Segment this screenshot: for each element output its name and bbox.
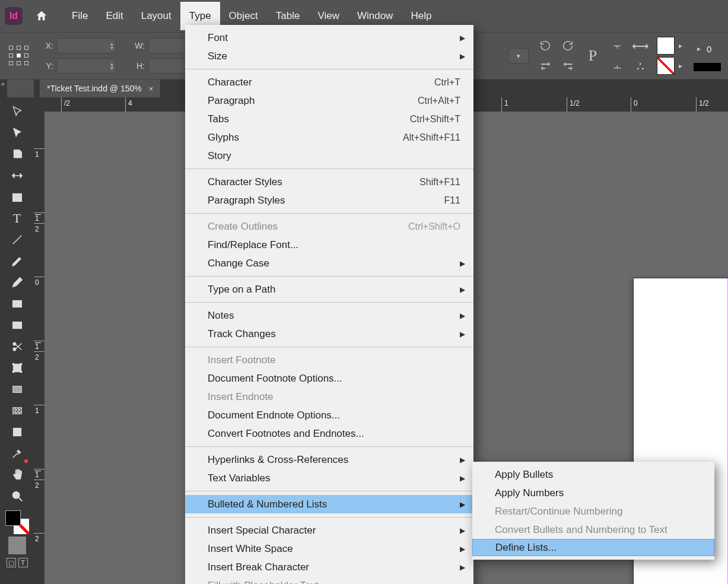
free-transform-tool[interactable]	[4, 358, 30, 377]
hierarchy-icon[interactable]: ⛬	[632, 58, 648, 74]
close-tab-icon[interactable]: ×	[149, 84, 154, 93]
menu-item-track-changes[interactable]: Track Changes▶	[185, 325, 473, 343]
hruler-tick	[501, 97, 502, 112]
gradient-swatch-tool[interactable]	[4, 380, 30, 399]
paragraph-style-icon[interactable]: P	[584, 47, 601, 64]
line-tool[interactable]	[4, 230, 30, 249]
submenu-item-apply-numbers[interactable]: Apply Numbers	[472, 484, 714, 502]
menu-item-glyphs[interactable]: GlyphsAlt+Shift+F11	[185, 128, 473, 147]
menu-item-paragraph-styles[interactable]: Paragraph StylesF11	[185, 191, 473, 210]
stroke-swatch-none[interactable]	[657, 57, 675, 75]
menu-item-insert-special-character[interactable]: Insert Special Character▶	[185, 521, 473, 539]
menu-item-font[interactable]: Font▶	[185, 28, 473, 47]
formatting-text-icon[interactable]: T	[18, 558, 28, 567]
pen-tool[interactable]	[4, 252, 30, 271]
menu-edit[interactable]: Edit	[97, 2, 132, 30]
note-tool[interactable]	[4, 423, 30, 442]
menu-item-convert-footnotes-and-endnotes[interactable]: Convert Footnotes and Endnotes...	[185, 424, 473, 443]
menu-item-label: Size	[208, 50, 227, 62]
gradient-feather-tool[interactable]	[4, 401, 30, 420]
vruler-tick: 1	[34, 405, 44, 405]
submenu-arrow-icon: ▶	[460, 563, 465, 572]
menu-item-change-case[interactable]: Change Case▶	[185, 254, 473, 272]
stroke-chevron-icon[interactable]: ▸	[694, 40, 704, 57]
svg-line-2	[12, 236, 21, 245]
menu-item-bulleted-numbered-lists[interactable]: Bulleted & Numbered Lists▶	[185, 495, 473, 513]
x-stepper[interactable]: ▴▾	[57, 38, 116, 53]
menu-separator	[185, 347, 473, 347]
submenu-item-define-lists[interactable]: Define Lists...	[472, 539, 714, 556]
menu-item-insert-white-space[interactable]: Insert White Space▶	[185, 539, 473, 558]
scissors-tool[interactable]	[4, 337, 30, 356]
document-tab[interactable]: *Ticket Test.indd @ 150% ×	[40, 80, 161, 97]
toolbox: T ▢ T	[0, 97, 34, 584]
submenu-arrow-icon: ▶	[460, 34, 465, 42]
y-stepper[interactable]: ▴▾	[57, 58, 116, 74]
stroke-style-preview[interactable]	[694, 63, 721, 71]
menu-item-tabs[interactable]: TabsCtrl+Shift+T	[185, 110, 473, 128]
direct-selection-tool[interactable]	[4, 123, 30, 142]
menu-item-document-endnote-options[interactable]: Document Endnote Options...	[185, 406, 473, 424]
page-tool[interactable]	[4, 145, 30, 164]
vruler-tick: 1	[34, 341, 44, 341]
zoom-tool[interactable]	[4, 487, 30, 506]
type-tool[interactable]: T	[4, 209, 30, 228]
vertical-ruler: 1120121122	[34, 97, 44, 584]
home-icon[interactable]	[33, 8, 50, 24]
menu-item-label: Hyperlinks & Cross-References	[208, 454, 348, 466]
fill-dropdown-icon[interactable]: ▸	[676, 37, 685, 54]
menu-item-insert-break-character[interactable]: Insert Break Character▶	[185, 558, 473, 576]
menu-item-character-styles[interactable]: Character StylesShift+F11	[185, 173, 473, 191]
pencil-tool[interactable]	[4, 273, 30, 292]
formatting-container-icon[interactable]: ▢	[7, 558, 16, 567]
menu-item-size[interactable]: Size▶	[185, 47, 473, 65]
menu-item-paragraph[interactable]: ParagraphCtrl+Alt+T	[185, 91, 473, 110]
menu-item-label: Change Case	[208, 258, 269, 269]
rectangle-frame-tool[interactable]	[4, 294, 30, 313]
reference-point-grid[interactable]	[7, 44, 31, 68]
menu-item-shortcut: Alt+Shift+F11	[403, 132, 460, 143]
color-theme-tool[interactable]	[8, 537, 26, 554]
menu-item-text-variables[interactable]: Text Variables▶	[185, 469, 473, 487]
selection-tool[interactable]	[4, 102, 30, 121]
stroke-dropdown-icon[interactable]: ▸	[676, 58, 685, 74]
menu-item-shortcut: F11	[444, 195, 460, 206]
panel-toggle[interactable]: »	[0, 80, 7, 97]
menu-separator	[185, 169, 473, 169]
menu-item-character[interactable]: CharacterCtrl+T	[185, 73, 473, 91]
menu-file[interactable]: File	[63, 2, 97, 30]
menu-item-label: Font	[208, 32, 228, 44]
menu-layout[interactable]: Layout	[132, 2, 180, 30]
distribute-top-icon[interactable]: ⫟	[609, 37, 626, 54]
hand-tool[interactable]	[4, 465, 30, 484]
distribute-bottom-icon[interactable]: ⫠	[609, 58, 626, 74]
hruler-tick	[567, 97, 567, 112]
submenu-item-apply-bullets[interactable]: Apply Bullets	[472, 465, 714, 484]
rotate-cw-icon[interactable]	[559, 37, 576, 54]
gap-tool[interactable]	[4, 166, 30, 185]
stroke-weight-dropdown[interactable]: ▾	[508, 48, 529, 64]
menu-item-hyperlinks-cross-references[interactable]: Hyperlinks & Cross-References▶	[185, 450, 473, 469]
menu-item-type-on-a-path[interactable]: Type on a Path▶	[185, 280, 473, 299]
gap-icon[interactable]: ⟷	[632, 37, 648, 54]
flip-vertical-icon[interactable]: ⥃	[559, 58, 576, 74]
content-collector-tool[interactable]	[4, 188, 30, 207]
menu-item-label: Insert White Space	[208, 543, 293, 555]
flip-horizontal-icon[interactable]: ⥂	[537, 58, 554, 74]
menu-item-story[interactable]: Story	[185, 147, 473, 165]
submenu-item-label: Apply Numbers	[495, 487, 564, 499]
rectangle-tool[interactable]	[4, 316, 30, 335]
menu-item-find-replace-font[interactable]: Find/Replace Font...	[185, 236, 473, 254]
fill-swatch[interactable]	[657, 37, 675, 55]
eyedropper-tool[interactable]	[4, 444, 30, 463]
menu-item-label: Tabs	[208, 113, 229, 125]
submenu-item-label: Restart/Continue Numbering	[495, 506, 622, 518]
menu-item-label: Type on a Path	[208, 284, 275, 296]
fill-stroke-swatch[interactable]	[5, 510, 29, 534]
svg-line-23	[18, 498, 22, 502]
menu-separator	[185, 302, 473, 303]
menu-item-document-footnote-options[interactable]: Document Footnote Options...	[185, 369, 473, 388]
submenu-arrow-icon: ▶	[460, 545, 465, 553]
rotate-ccw-icon[interactable]	[537, 37, 554, 54]
menu-item-notes[interactable]: Notes▶	[185, 306, 473, 325]
